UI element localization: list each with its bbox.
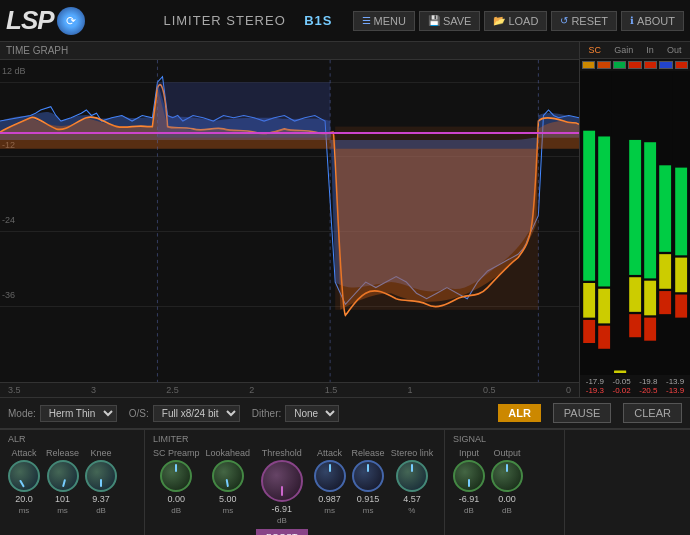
reset-button[interactable]: ↺ RESET [551,11,617,31]
threshold-value: -6.91 [272,504,293,514]
time-label-0: 0 [566,385,571,395]
save-icon: 💾 [428,15,440,26]
alr-knee-wrap: Knee 9.37 dB [85,448,117,515]
threshold-label: Threshold [262,448,302,458]
alr-release-knob[interactable] [47,460,79,492]
save-button[interactable]: 💾 SAVE [419,11,481,31]
lim-release-indicator [367,464,369,472]
alr-attack-knob[interactable] [8,460,40,492]
stereo-link-indicator [411,464,413,472]
svg-rect-27 [660,291,672,314]
svg-rect-28 [658,73,672,165]
meter-header: SC Gain In Out [580,42,690,59]
signal-label: Signal [453,434,556,444]
lookahead-label: Lookahead [206,448,251,458]
dither-select[interactable]: None [285,405,339,422]
out-indicator-2 [675,61,688,69]
output-wrap: Output 0.00 dB [491,448,523,515]
meter-indicators [580,59,690,71]
time-axis: 3.5 3 2.5 2 1.5 1 0.5 0 [0,382,579,397]
output-indicator [506,464,508,472]
out-meter-1 [658,73,672,373]
controls-area: ALR Attack 20.0 ms Release 101 ms Knee [0,429,690,535]
output-knob[interactable] [491,460,523,492]
lim-release-value: 0.915 [357,494,380,504]
svg-rect-12 [598,326,610,349]
sc-indicator-2 [597,61,610,69]
time-label-05: 0.5 [483,385,496,395]
alr-attack-label: Attack [11,448,36,458]
out-indicator [659,61,672,69]
load-icon: 📂 [493,15,505,26]
header-nav: ☰ MENU 💾 SAVE 📂 LOAD ↺ RESET ℹ ABOUT [353,11,684,31]
mode-select[interactable]: Herm Thin [40,405,117,422]
svg-rect-31 [675,295,687,318]
output-label: Output [493,448,520,458]
output-value: 0.00 [498,494,516,504]
lim-attack-wrap: Attack 0.987 ms [314,448,346,515]
lookahead-knob[interactable] [212,460,244,492]
alr-release-value: 101 [55,494,70,504]
boost-button[interactable]: BOOST [256,529,308,535]
lim-release-knob[interactable] [352,460,384,492]
lim-release-wrap: Release 0.915 ms [352,448,385,515]
svg-rect-8 [583,320,595,343]
load-label: LOAD [508,15,538,27]
lookahead-unit: ms [222,506,233,515]
alr-knee-label: Knee [91,448,112,458]
menu-button[interactable]: ☰ MENU [353,11,415,31]
time-graph-label: TIME GRAPH [0,42,579,60]
lim-release-unit: ms [363,506,374,515]
alr-knee-knob[interactable] [85,460,117,492]
time-label-25: 2.5 [166,385,179,395]
time-label-35: 3.5 [8,385,21,395]
alr-button[interactable]: ALR [498,404,541,422]
alr-attack-unit: ms [19,506,30,515]
os-select[interactable]: Full x8/24 bit [153,405,240,422]
in-header: In [646,45,654,55]
threshold-knob[interactable] [261,460,303,502]
lim-release-label: Release [352,448,385,458]
input-knob[interactable] [453,460,485,492]
alr-attack-indicator [19,480,25,488]
limiter-section: Limiter SC Preamp 0.00 dB Lookahead 5.00… [145,430,445,535]
sc-preamp-indicator [175,464,177,472]
mode-bar: Mode: Herm Thin O/S: Full x8/24 bit Dith… [0,397,690,429]
plugin-version: B1S [304,13,332,28]
in-indicator-2 [644,61,657,69]
lookahead-wrap: Lookahead 5.00 ms [206,448,251,515]
input-wrap: Input -6.91 dB [453,448,485,515]
threshold-unit: dB [277,516,287,525]
mode-item: Mode: Herm Thin [8,405,117,422]
sc-value-top: -17.9 -19.3 [582,377,608,395]
threshold-line [0,132,579,134]
stereo-link-knob[interactable] [396,460,428,492]
reset-icon: ↺ [560,15,568,26]
svg-rect-22 [644,281,656,316]
time-label-15: 1.5 [325,385,338,395]
lim-attack-value: 0.987 [318,494,341,504]
about-button[interactable]: ℹ ABOUT [621,11,684,31]
vu-meters [580,71,690,375]
title-area: LIMITER STEREO B1S [163,13,332,28]
lookahead-indicator [225,479,228,487]
limiter-label: Limiter [153,434,436,444]
sc-preamp-knob[interactable] [160,460,192,492]
alr-attack-value: 20.0 [15,494,33,504]
logo-text: LSP [6,5,54,36]
lookahead-value: 5.00 [219,494,237,504]
input-value: -6.91 [459,494,480,504]
time-graph-canvas[interactable]: 12 dB -12 -24 -36 [0,60,579,382]
alr-knee-indicator [100,479,102,487]
clear-button[interactable]: CLEAR [623,403,682,423]
load-button[interactable]: 📂 LOAD [484,11,547,31]
right-panel: SC Gain In Out [580,42,690,397]
gain-meter [613,73,627,373]
lim-attack-knob[interactable] [314,460,346,492]
svg-rect-26 [660,254,672,289]
out-meter-2 [674,73,688,373]
alr-section: ALR Attack 20.0 ms Release 101 ms Knee [0,430,145,535]
svg-rect-30 [675,258,687,293]
pause-button[interactable]: PAUSE [553,403,611,423]
os-item: O/S: Full x8/24 bit [129,405,240,422]
